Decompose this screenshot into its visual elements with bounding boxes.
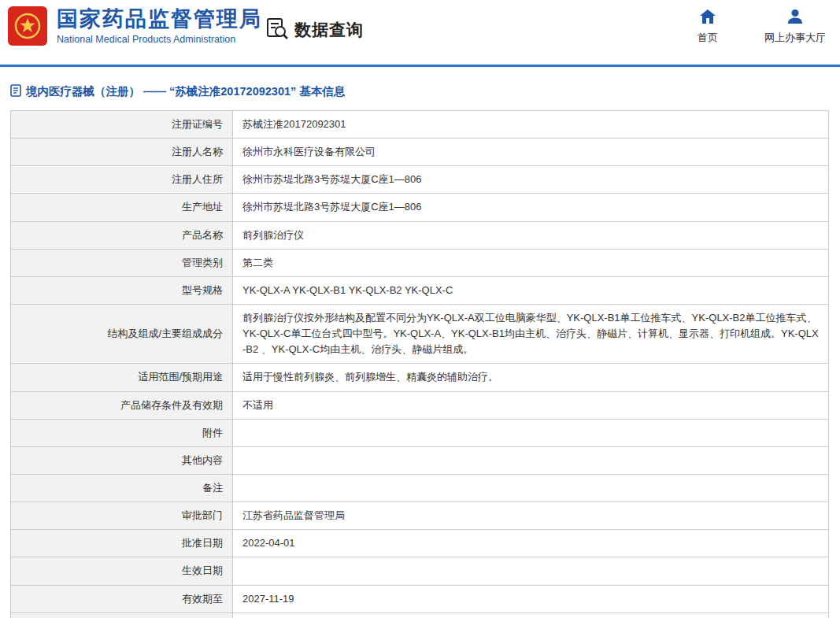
field-label: 备注 xyxy=(11,474,233,501)
field-label: 型号规格 xyxy=(11,276,233,304)
data-query-label: 数据查询 xyxy=(294,19,364,41)
field-value: 苏械注准20172092301 xyxy=(233,111,829,139)
field-label: 注册人住所 xyxy=(11,166,233,194)
table-row: 注册人住所徐州市苏堤北路3号苏堤大厦C座1—806 xyxy=(11,166,829,194)
field-value xyxy=(233,557,829,585)
table-row: 审批部门江苏省药品监督管理局 xyxy=(11,502,829,530)
field-label: 生产地址 xyxy=(11,194,233,221)
field-label: 生效日期 xyxy=(11,557,233,585)
field-value xyxy=(233,474,829,501)
table-row: 有效期至2027-11-19 xyxy=(11,585,829,612)
field-value: 2027-11-19 xyxy=(233,585,829,612)
table-row: 管理类别第二类 xyxy=(11,249,829,276)
document-icon xyxy=(10,84,21,99)
table-row: 生效日期 xyxy=(11,557,829,585)
table-row: 附件 xyxy=(11,419,829,446)
field-value: 不适用 xyxy=(233,391,829,419)
table-row: 其他内容 xyxy=(11,446,829,474)
page-header: 国家药品监督管理局 National Medical Products Admi… xyxy=(0,0,840,67)
field-label: 产品储存条件及有效期 xyxy=(11,391,233,419)
field-label: 注册证编号 xyxy=(11,111,233,139)
info-table-body: 注册证编号苏械注准20172092301注册人名称徐州市永科医疗设备有限公司注册… xyxy=(11,111,829,618)
field-label: 有效期至 xyxy=(11,585,233,612)
field-label: 结构及组成/主要组成成分 xyxy=(11,304,233,363)
field-value: 徐州市苏堤北路3号苏堤大厦C座1—806 xyxy=(233,194,829,221)
field-value: 第二类 xyxy=(233,249,829,276)
national-emblem-icon xyxy=(8,6,47,46)
table-row: 生产地址徐州市苏堤北路3号苏堤大厦C座1—806 xyxy=(11,194,829,221)
field-label: 附件 xyxy=(11,419,233,446)
top-nav: 首页 网上办事大厅 xyxy=(689,9,826,45)
org-name-en: National Medical Products Administration xyxy=(57,34,262,45)
home-icon xyxy=(700,9,716,27)
table-row: 结构及组成/主要组成成分前列腺治疗仪按外形结构及配置不同分为YK-QLX-A双工… xyxy=(11,304,829,363)
field-value: 前列腺治疗仪按外形结构及配置不同分为YK-QLX-A双工位电脑豪华型、YK-QL… xyxy=(233,304,829,363)
nav-item-service-hall[interactable]: 网上办事大厅 xyxy=(764,9,826,45)
table-row: 型号规格YK-QLX-A YK-QLX-B1 YK-QLX-B2 YK-QLX-… xyxy=(11,276,829,304)
field-value: 徐州市永科医疗设备有限公司 xyxy=(233,139,829,166)
nav-item-home[interactable]: 首页 xyxy=(689,9,727,45)
field-label: 管理类别 xyxy=(11,249,233,276)
field-label: 批准日期 xyxy=(11,530,233,557)
data-query-icon xyxy=(266,17,290,43)
table-row: 适用范围/预期用途适用于慢性前列腺炎、前列腺增生、精囊炎的辅助治疗。 xyxy=(11,364,829,391)
table-row: 注册证编号苏械注准20172092301 xyxy=(11,111,829,139)
field-value xyxy=(233,446,829,474)
field-label: 适用范围/预期用途 xyxy=(11,364,233,391)
table-row: 批准日期2022-04-01 xyxy=(11,530,829,557)
brand-text: 国家药品监督管理局 National Medical Products Admi… xyxy=(57,7,262,44)
field-value: 徐州市苏堤北路3号苏堤大厦C座1—806 xyxy=(233,166,829,194)
table-row: 变更情况 xyxy=(11,612,829,618)
breadcrumb-text: 境内医疗器械（注册） —— “苏械注准20172092301” 基本信息 xyxy=(26,84,345,99)
table-row: 备注 xyxy=(11,474,829,501)
field-label: 变更情况 xyxy=(11,612,233,618)
field-value: YK-QLX-A YK-QLX-B1 YK-QLX-B2 YK-QLX-C xyxy=(233,276,829,304)
field-label: 注册人名称 xyxy=(11,139,233,166)
field-label: 产品名称 xyxy=(11,221,233,249)
nav-item-label: 首页 xyxy=(698,31,718,45)
info-table: 注册证编号苏械注准20172092301注册人名称徐州市永科医疗设备有限公司注册… xyxy=(10,110,829,618)
field-label: 其他内容 xyxy=(11,446,233,474)
table-row: 注册人名称徐州市永科医疗设备有限公司 xyxy=(11,139,829,166)
nav-item-label: 网上办事大厅 xyxy=(764,31,826,45)
field-value: 适用于慢性前列腺炎、前列腺增生、精囊炎的辅助治疗。 xyxy=(233,364,829,391)
field-value xyxy=(233,612,829,618)
org-name-cn: 国家药品监督管理局 xyxy=(57,7,262,31)
table-row: 产品名称前列腺治疗仪 xyxy=(11,221,829,249)
breadcrumb: 境内医疗器械（注册） —— “苏械注准20172092301” 基本信息 xyxy=(10,84,840,99)
brand: 国家药品监督管理局 National Medical Products Admi… xyxy=(8,6,262,46)
field-label: 审批部门 xyxy=(11,502,233,530)
data-query-tab[interactable]: 数据查询 xyxy=(266,17,364,43)
person-icon xyxy=(787,9,803,27)
field-value xyxy=(233,419,829,446)
table-row: 产品储存条件及有效期不适用 xyxy=(11,391,829,419)
field-value: 2022-04-01 xyxy=(233,530,829,557)
field-value: 前列腺治疗仪 xyxy=(233,221,829,249)
field-value: 江苏省药品监督管理局 xyxy=(233,502,829,530)
